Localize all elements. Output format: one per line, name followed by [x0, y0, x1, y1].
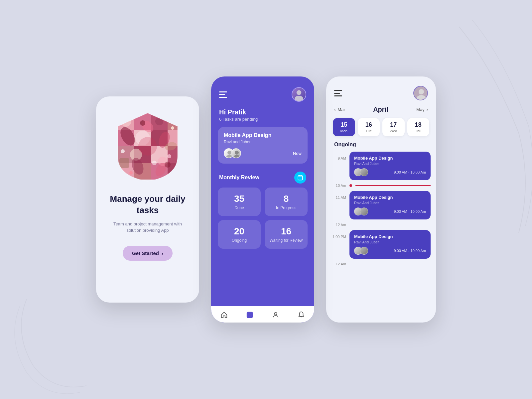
stat-progress-label: In Progress: [276, 205, 296, 210]
time-label-12am: 12 Am: [332, 223, 346, 227]
current-time-dot: [349, 184, 352, 187]
event-2-sub: Ravi And Juber: [354, 201, 426, 205]
event-3-avatars: [354, 247, 366, 255]
screen3-user-avatar[interactable]: [413, 86, 428, 100]
event-3-sub: Ravi And Juber: [354, 240, 426, 244]
svg-point-32: [140, 120, 145, 126]
day-num-15: 15: [335, 121, 353, 128]
svg-point-29: [152, 161, 157, 165]
screen-calendar: ‹ Mar April May › 15 Mon 16 Tue 17 Wed: [326, 76, 436, 323]
event-card-1[interactable]: Mobile App Design Ravi And Juber 9.00 AM…: [349, 152, 431, 180]
time-label-12am-end: 12 Am: [332, 262, 346, 266]
event-1-sub: Ravi And Juber: [354, 162, 426, 166]
greeting-subtitle: 6 Tasks are pending: [219, 117, 306, 122]
onboarding-subtitle: Team and project management with solutio…: [106, 221, 189, 234]
svg-rect-34: [119, 158, 129, 168]
event-1-time-range: 9.00 AM - 10.00 Am: [394, 170, 426, 174]
svg-rect-42: [298, 176, 303, 180]
day-num-17: 17: [384, 121, 403, 128]
calendar-navigation: ‹ Mar April May ›: [326, 106, 436, 118]
nav-tasks-icon[interactable]: [245, 311, 254, 319]
svg-point-40: [235, 151, 239, 155]
svg-point-33: [165, 162, 171, 168]
current-time-line: [355, 185, 431, 186]
stat-ongoing-number: 20: [234, 226, 244, 237]
event-3-time-range: 9.00 AM - 10.00 Am: [394, 249, 426, 253]
day-18-thu[interactable]: 18 Thu: [407, 118, 430, 136]
svg-point-30: [129, 171, 133, 175]
stat-in-progress: 8 In Progress: [265, 188, 308, 216]
stat-done-number: 35: [234, 194, 244, 204]
svg-point-37: [295, 96, 303, 102]
timeline-row-1: 9 AM Mobile App Design Ravi And Juber 9.…: [332, 152, 431, 180]
days-selector: 15 Mon 16 Tue 17 Wed 18 Thu: [326, 118, 436, 142]
hamburger-menu-icon[interactable]: [219, 91, 227, 98]
event-card-3[interactable]: Mobile App Design Ravi And Juber 9.00 AM…: [349, 230, 431, 259]
event-1-footer: 9.00 AM - 10.00 Am: [354, 168, 426, 176]
illustration: [111, 110, 184, 183]
featured-task-card[interactable]: Mobile App Design Ravi and Juber: [218, 127, 308, 164]
greeting-name: Hi Pratik: [219, 108, 306, 116]
nav-home-icon[interactable]: [220, 311, 228, 319]
screen3-hamburger-icon[interactable]: [334, 90, 342, 96]
day-name-thu: Thu: [409, 129, 428, 133]
next-month-label: May: [416, 107, 425, 112]
svg-rect-3: [168, 113, 184, 130]
prev-month-button[interactable]: ‹ Mar: [334, 107, 345, 112]
chevron-right-icon: ›: [427, 107, 428, 112]
task-avatar-2: [231, 148, 241, 158]
onboarding-title: Manage your daily tasks: [106, 194, 189, 216]
timeline: 9 AM Mobile App Design Ravi And Juber 9.…: [326, 152, 436, 323]
day-num-18: 18: [409, 121, 428, 128]
event-card-2[interactable]: Mobile App Design Ravi And Juber 9.00 AM…: [349, 191, 431, 219]
get-started-label: Get Started: [132, 250, 159, 256]
svg-rect-0: [118, 113, 134, 130]
day-name-wed: Wed: [384, 129, 403, 133]
screens-container: Manage your daily tasks Team and project…: [96, 76, 436, 323]
calendar-icon-button[interactable]: [294, 172, 306, 184]
timeline-divider: 10 Am: [332, 184, 431, 188]
time-label-9am: 9 AM: [332, 152, 346, 160]
stats-grid: 35 Done 8 In Progress 20 Ongoing 16 Wait…: [211, 188, 314, 254]
svg-point-41: [233, 155, 240, 158]
chevron-left-icon: ‹: [334, 107, 335, 112]
screen3-header: [326, 76, 436, 106]
task-avatars: [224, 148, 238, 158]
day-15-mon[interactable]: 15 Mon: [333, 118, 355, 136]
screen2-header: [211, 76, 314, 107]
time-label-11am: 11 AM: [332, 191, 346, 200]
stat-ongoing-label: Ongoing: [232, 238, 247, 243]
get-started-button[interactable]: Get Started ›: [123, 246, 173, 261]
nav-profile-icon[interactable]: [271, 311, 280, 319]
event-2-avatar-2: [360, 207, 368, 215]
stat-progress-number: 8: [284, 194, 289, 204]
task-card-sub: Ravi and Juber: [224, 140, 302, 144]
day-name-tue: Tue: [360, 129, 378, 133]
stat-waiting-label: Waiting for Review: [270, 238, 303, 243]
day-name-mon: Mon: [335, 129, 353, 133]
user-avatar[interactable]: [292, 87, 306, 102]
monthly-review-header: Monthly Review: [211, 169, 314, 188]
screen-tasks: Hi Pratik 6 Tasks are pending Mobile App…: [211, 76, 314, 323]
stat-done-label: Done: [234, 205, 244, 210]
screen-onboarding: Manage your daily tasks Team and project…: [96, 96, 199, 303]
nav-notifications-icon[interactable]: [297, 311, 306, 319]
svg-point-28: [171, 126, 174, 130]
task-card-title: Mobile App Design: [224, 132, 302, 138]
stat-ongoing: 20 Ongoing: [218, 220, 261, 249]
event-2-time-range: 9.00 AM - 10.00 Am: [394, 209, 426, 213]
event-2-title: Mobile App Design: [354, 195, 426, 200]
day-16-tue[interactable]: 16 Tue: [358, 118, 380, 136]
prev-month-label: Mar: [337, 107, 345, 112]
time-label-1pm: 1:00 PM: [332, 230, 346, 239]
divider-time-label: 10 Am: [332, 184, 346, 188]
monthly-review-title: Monthly Review: [219, 175, 259, 181]
task-time-label: Now: [293, 151, 302, 156]
event-1-avatar-2: [360, 168, 368, 176]
day-17-wed[interactable]: 17 Wed: [382, 118, 405, 136]
event-3-avatar-2: [360, 247, 368, 255]
stat-waiting-number: 16: [281, 226, 291, 237]
chevron-right-icon: ›: [162, 250, 163, 256]
stat-done: 35 Done: [218, 188, 261, 216]
next-month-button[interactable]: May ›: [416, 107, 428, 112]
